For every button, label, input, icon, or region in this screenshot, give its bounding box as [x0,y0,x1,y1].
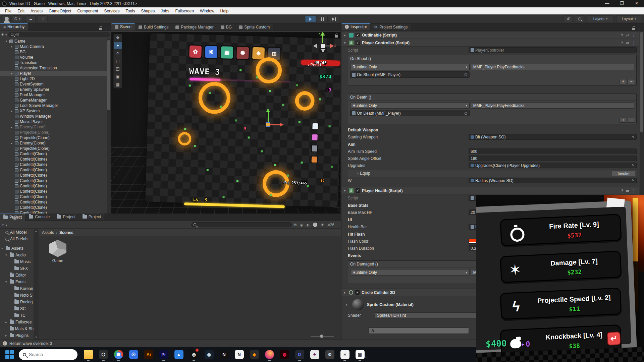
taskbar-app-icon[interactable]: ≡ [339,348,351,361]
scene-canvas[interactable]: ✿❋▦✺✷⊞ WAVE 3 45/45 $874 +0 4%| 253/465 [111,32,340,214]
weapon-field[interactable]: Radius (Weapon SO) [469,178,637,183]
add-event-button[interactable]: + [620,118,627,123]
scroll-up-arrow[interactable]: ▲ [35,230,38,233]
hierarchy-search-input[interactable] [15,33,107,37]
menu-item[interactable]: Assets [28,8,46,14]
project-folder-item[interactable]: ▸ Fullscree [0,319,34,325]
taskbar-search[interactable] [19,349,77,360]
taskbar-app-icon[interactable]: ⦿ [127,348,140,361]
event-function-dropdown[interactable]: MMF_Player.PlayFeedbacks [471,102,634,109]
enabled-checkbox[interactable]: ✓ [356,41,360,45]
menu-item[interactable]: Window [197,8,217,14]
breadcrumb-current[interactable]: Scenes [59,230,73,235]
cloud-account-dropdown[interactable]: C [12,15,22,22]
game-window-object[interactable]: ✿❋▦✺✷⊞ WAVE 3 45/45 $874 +0 4%| 253/465 [145,33,340,207]
start-button[interactable] [5,350,14,359]
hierarchy-search[interactable] [8,32,110,37]
hierarchy-item[interactable]: ▸ Enemy(Clone) [0,140,107,146]
account-icon[interactable] [3,15,11,22]
event-function-dropdown[interactable]: MMF_Player.PlayFeedbacks [471,64,634,70]
create-button[interactable]: + [1,32,7,37]
enabled-checkbox[interactable]: ✓ [356,33,360,37]
help-icon[interactable] [621,188,623,193]
component-header-player-controller[interactable]: ▾# ✓ Player Controller (Script) [341,39,639,47]
help-icon[interactable] [621,41,623,45]
project-folder-item[interactable]: SC [0,305,34,312]
taskbar-app-icon[interactable]: ◉ [203,348,215,361]
script-object-field[interactable]: PlayerController [469,47,637,53]
rotate-tool[interactable]: ↻ [114,50,122,57]
project-folder-item[interactable]: ▾ Audio [0,252,34,258]
lock-icon[interactable] [99,28,102,30]
component-header-player-health[interactable]: ▾# ✓ Player Health (Script) [341,187,639,194]
hierarchy-item[interactable]: Confetti(Clone) [0,173,107,178]
undo-history-icon[interactable]: ↺ [564,15,573,22]
scene-view-tab[interactable]: Sprite Custom [235,24,273,31]
aim-turn-speed-input[interactable]: 600 [469,148,637,154]
menu-item[interactable]: Tools [122,8,138,14]
hierarchy-item[interactable]: EventSystem [0,81,107,87]
hierarchy-item[interactable]: Confetti(Clone) [0,151,107,157]
project-folder-item[interactable]: TC [0,312,34,319]
hierarchy-item[interactable]: Confetti(Clone) [0,194,107,199]
layout-dropdown[interactable]: Layout [616,15,641,22]
foldout-arrow[interactable]: ▸ [10,72,13,75]
lock-icon[interactable] [335,35,338,38]
view-orientation-gizmo[interactable]: yx [312,35,333,57]
project-folder-item[interactable]: SFX [0,265,34,272]
taskbar-app-icon[interactable]: ◎ [188,348,200,361]
help-icon[interactable] [621,33,623,38]
taskbar-app-icon[interactable]: N [233,348,245,361]
view-tool[interactable]: ✥ [114,34,122,42]
upgrades-field[interactable]: Upgrades(Clone) (Player Upgrades) [469,163,637,168]
foldout-arrow[interactable]: ▸ [10,125,13,129]
upgrade-card[interactable]: Projectile Speed [Lv. 2] $11 [500,288,622,320]
taskbar-app-icon[interactable]: ⬡ [97,348,109,361]
custom-tool[interactable]: ▦ [114,80,122,88]
pause-button[interactable] [317,16,328,22]
warning-icon[interactable]: ! [313,223,317,227]
open-asset-icon[interactable]: ⧉ [294,223,297,227]
taskbar-app-icon[interactable]: Pr [158,348,170,361]
version-control-icon[interactable]: ⑂ [38,15,48,22]
sprite-angle-offset-input[interactable]: 180 [469,156,637,161]
enabled-checkbox[interactable]: ✓ [356,188,360,193]
component-menu-icon[interactable] [632,41,636,45]
hierarchy-item[interactable]: ▸ Enemy(Clone) [0,124,107,130]
bottom-panel-tab[interactable]: Console [25,214,53,220]
object-picker-icon[interactable] [464,111,468,116]
hierarchy-item[interactable]: Volume [0,55,107,60]
component-menu-icon[interactable] [632,188,636,193]
hierarchy-item[interactable]: ▸ XP System [0,108,107,114]
hierarchy-item[interactable]: Enemy Spawner [0,87,107,92]
perspective-label[interactable]: ‹ Persp [308,63,321,67]
taskbar-search-input[interactable] [29,352,66,357]
play-button[interactable] [305,16,316,22]
favorite-search-item[interactable]: All Prefab [0,236,34,242]
edit-icon[interactable] [632,179,635,182]
menu-item[interactable]: GameObject [46,8,74,14]
add-event-button[interactable]: + [620,79,627,84]
foldout-arrow[interactable]: ▸ [10,141,13,145]
move-tool[interactable]: + [114,42,122,50]
project-tree-scrollbar[interactable]: ▲ ▼ [34,229,39,340]
hierarchy-item[interactable]: ▾ Game [0,39,107,44]
project-folder-item[interactable]: Mats & Sh [0,325,34,332]
hierarchy-item[interactable]: Light 2D [0,76,107,81]
search-icon[interactable] [575,15,584,22]
breadcrumb-root[interactable]: Assets [42,230,54,235]
menu-item[interactable]: Jobs [158,8,172,14]
hierarchy-item[interactable]: Projectile(Clone) [0,135,107,140]
taskbar-app-icon[interactable] [112,348,124,361]
hierarchy-item[interactable]: Transition [0,60,107,65]
taskbar-app-icon[interactable] [82,348,94,361]
edit-icon[interactable] [632,164,635,167]
taskbar-app-icon[interactable]: ◍ [278,348,290,361]
presets-icon[interactable] [626,33,629,38]
project-folder-item[interactable]: ▾ Fonts [0,279,34,285]
project-folder-item[interactable]: Editor [0,272,34,279]
rect-tool[interactable]: ◰ [114,65,122,73]
foldout-arrow[interactable]: ▾ [5,40,8,43]
search-by-label-icon[interactable]: ⬖ [306,223,309,227]
tab-inspector[interactable]: i Inspector [341,23,370,31]
